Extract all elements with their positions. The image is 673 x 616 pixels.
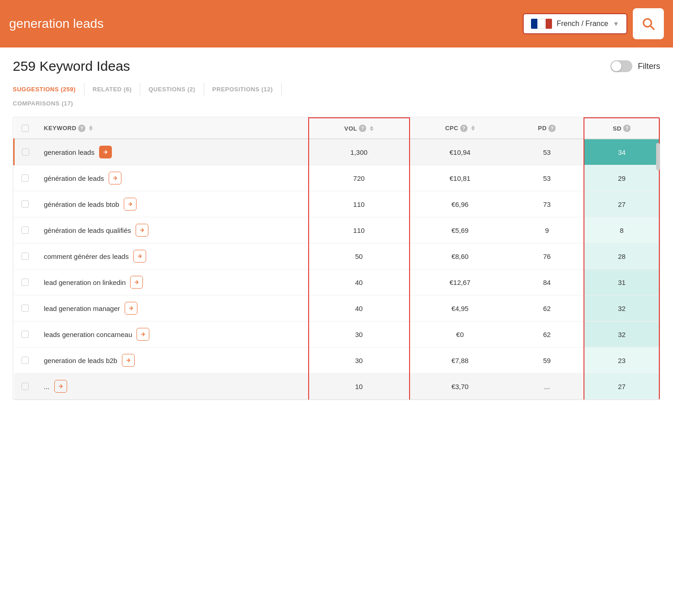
table-row: génération de leads btob 110 €6,96 73 27 <box>14 191 660 217</box>
row-sd: 28 <box>584 243 659 269</box>
row-pd: 59 <box>510 347 584 374</box>
row-sd: 27 <box>584 191 659 217</box>
row-checkbox[interactable] <box>21 226 29 234</box>
tab-suggestions[interactable]: SUGGESTIONS (259) <box>13 83 84 95</box>
row-pd: ... <box>510 374 584 400</box>
row-cpc: €10,94 <box>410 139 510 165</box>
row-vol: 30 <box>309 321 410 347</box>
tab-questions[interactable]: QUESTIONS (2) <box>140 83 204 95</box>
table-row: génération de leads qualifiés 110 €5,69 … <box>14 217 660 243</box>
arrow-right-icon <box>139 227 145 233</box>
row-keyword-cell: lead generation manager <box>37 295 309 321</box>
cpc-sort[interactable] <box>471 126 475 131</box>
keyword-arrow-button[interactable] <box>130 276 143 289</box>
keyword-text: leads generation concarneau <box>44 331 132 338</box>
arrow-right-icon <box>102 149 109 155</box>
table-row: generation leads 1,300 €10,94 53 34 <box>14 139 660 165</box>
row-checkbox[interactable] <box>21 279 29 286</box>
tab-prepositions[interactable]: PREPOSITIONS (12) <box>204 83 282 95</box>
row-pd: 62 <box>510 321 584 347</box>
keyword-arrow-button[interactable] <box>136 224 148 237</box>
row-keyword-cell: comment générer des leads <box>37 243 309 269</box>
keyword-text: ... <box>44 383 50 390</box>
keyword-sort[interactable] <box>89 126 93 131</box>
vol-sort[interactable] <box>370 126 373 131</box>
arrow-right-icon <box>58 383 64 390</box>
row-checkbox[interactable] <box>21 305 29 312</box>
row-pd: 73 <box>510 191 584 217</box>
keyword-arrow-button[interactable] <box>124 198 137 211</box>
keyword-arrow-button[interactable] <box>99 146 112 158</box>
select-all-checkbox[interactable] <box>21 125 29 132</box>
row-checkbox-cell <box>14 269 37 295</box>
row-sd: 29 <box>584 165 659 191</box>
keyword-text: lead generation manager <box>44 305 120 312</box>
keyword-arrow-button[interactable] <box>133 250 146 263</box>
row-pd: 62 <box>510 295 584 321</box>
keyword-arrow-button[interactable] <box>54 380 67 393</box>
row-keyword-cell: leads generation concarneau <box>37 321 309 347</box>
table-row: ... 10 €3,70 ... 27 <box>14 374 660 400</box>
row-keyword-cell: génération de leads btob <box>37 191 309 217</box>
row-checkbox[interactable] <box>22 148 29 156</box>
tabs-row-2: COMPARISONS (17) <box>13 98 660 109</box>
row-pd: 53 <box>510 165 584 191</box>
keyword-arrow-button[interactable] <box>122 354 135 367</box>
keyword-text: generation leads <box>44 148 95 156</box>
row-keyword-cell: ... <box>37 374 309 400</box>
search-button[interactable] <box>633 8 664 39</box>
row-vol: 110 <box>309 191 410 217</box>
row-checkbox[interactable] <box>21 200 29 208</box>
sd-info-icon[interactable]: ? <box>623 125 631 132</box>
tab-comparisons[interactable]: COMPARISONS (17) <box>13 98 660 109</box>
row-checkbox-cell <box>14 321 37 347</box>
row-checkbox-cell <box>14 295 37 321</box>
row-checkbox-cell <box>14 165 37 191</box>
row-sd: 8 <box>584 217 659 243</box>
keyword-col-header: KEYWORD ? <box>37 118 309 139</box>
language-selector[interactable]: French / France ▼ <box>523 13 627 34</box>
arrow-right-icon <box>137 253 143 259</box>
row-cpc: €8,60 <box>410 243 510 269</box>
keyword-arrow-button[interactable] <box>109 172 121 184</box>
row-cpc: €6,96 <box>410 191 510 217</box>
scrollbar[interactable] <box>656 143 660 170</box>
language-label: French / France <box>557 20 608 28</box>
svg-line-1 <box>651 26 654 29</box>
keyword-arrow-button[interactable] <box>137 328 149 341</box>
search-input[interactable] <box>9 16 517 31</box>
row-vol: 50 <box>309 243 410 269</box>
arrow-right-icon <box>140 331 146 337</box>
header-bar: French / France ▼ <box>0 0 673 47</box>
table-row: lead generation manager 40 €4,95 62 32 <box>14 295 660 321</box>
table-row: génération de leads 720 €10,81 53 29 <box>14 165 660 191</box>
row-checkbox[interactable] <box>21 357 29 364</box>
row-cpc: €5,69 <box>410 217 510 243</box>
row-checkbox[interactable] <box>21 253 29 260</box>
filters-toggle[interactable] <box>610 60 632 72</box>
row-pd: 76 <box>510 243 584 269</box>
chevron-down-icon: ▼ <box>613 20 619 27</box>
keyword-ideas-title: 259 Keyword Ideas <box>13 58 130 74</box>
row-checkbox-cell <box>14 139 37 165</box>
row-sd: 27 <box>584 374 659 400</box>
cpc-info-icon[interactable]: ? <box>460 125 468 132</box>
row-keyword-cell: generation de leads b2b <box>37 347 309 374</box>
vol-col-header: VOL ? <box>309 118 410 139</box>
arrow-right-icon <box>125 357 131 363</box>
pd-info-icon[interactable]: ? <box>548 125 556 132</box>
row-keyword-cell: generation leads <box>37 139 309 165</box>
row-checkbox[interactable] <box>21 383 29 390</box>
row-checkbox[interactable] <box>21 331 29 338</box>
table-row: leads generation concarneau 30 €0 62 32 <box>14 321 660 347</box>
table-row: lead generation on linkedin 40 €12,67 84… <box>14 269 660 295</box>
row-cpc: €7,88 <box>410 347 510 374</box>
tab-related[interactable]: RELATED (6) <box>84 83 140 95</box>
keyword-info-icon[interactable]: ? <box>78 125 85 132</box>
row-cpc: €3,70 <box>410 374 510 400</box>
row-sd: 32 <box>584 295 659 321</box>
filters-section: Filters <box>610 60 660 72</box>
keyword-arrow-button[interactable] <box>125 302 137 315</box>
row-checkbox[interactable] <box>21 174 29 182</box>
vol-info-icon[interactable]: ? <box>359 125 366 132</box>
